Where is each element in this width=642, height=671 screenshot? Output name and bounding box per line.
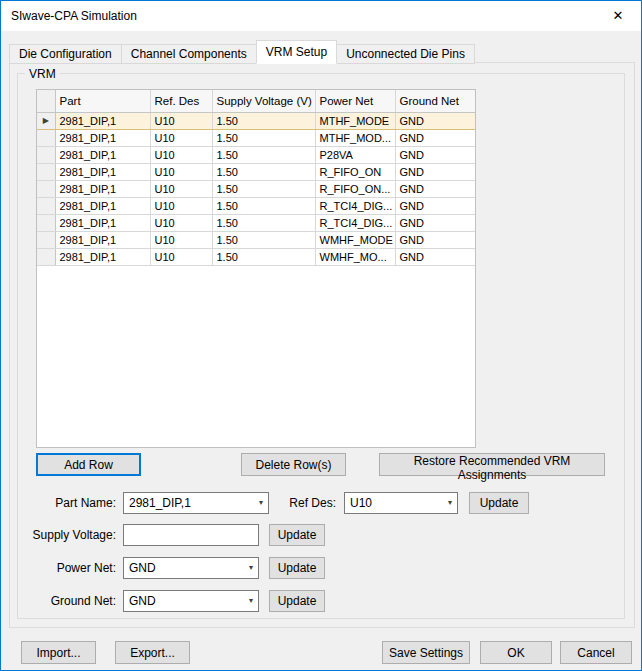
tab-die-configuration[interactable]: Die Configuration	[9, 44, 122, 64]
column-header[interactable]: Power Net	[315, 90, 395, 112]
cell-supply-voltage[interactable]: 1.50	[212, 214, 315, 231]
supply-voltage-input[interactable]	[123, 524, 259, 546]
cell-part[interactable]: 2981_DIP,1	[55, 129, 150, 146]
title-bar[interactable]: SIwave-CPA Simulation ✕	[1, 1, 641, 31]
grid-body: ▶2981_DIP,1U101.50MTHF_MODEGND2981_DIP,1…	[37, 112, 475, 265]
export-button[interactable]: Export...	[115, 641, 190, 664]
chevron-down-icon: ▾	[249, 558, 253, 578]
cell-power-net[interactable]: WMHF_MODE	[315, 231, 395, 248]
cell-part[interactable]: 2981_DIP,1	[55, 146, 150, 163]
ref-des-combo[interactable]: U10 ▾	[344, 492, 458, 514]
cell-power-net[interactable]: P28VA	[315, 146, 395, 163]
current-row-arrow-icon[interactable]: ▶	[37, 112, 55, 129]
tab-unconnected-die-pins[interactable]: Unconnected Die Pins	[336, 44, 475, 64]
cell-ground-net[interactable]: GND	[395, 129, 475, 146]
cell-part[interactable]: 2981_DIP,1	[55, 214, 150, 231]
row-selector[interactable]	[37, 197, 55, 214]
cancel-button[interactable]: Cancel	[560, 641, 632, 664]
column-header[interactable]: Part	[55, 90, 150, 112]
table-row[interactable]: 2981_DIP,1U101.50R_TCI4_DIG...GND	[37, 197, 475, 214]
cell-ref-des[interactable]: U10	[150, 248, 212, 265]
table-row[interactable]: 2981_DIP,1U101.50MTHF_MOD...GND	[37, 129, 475, 146]
cell-ground-net[interactable]: GND	[395, 180, 475, 197]
cell-ground-net[interactable]: GND	[395, 146, 475, 163]
cell-ref-des[interactable]: U10	[150, 214, 212, 231]
cell-ground-net[interactable]: GND	[395, 214, 475, 231]
window-title: SIwave-CPA Simulation	[11, 1, 137, 31]
cell-part[interactable]: 2981_DIP,1	[55, 248, 150, 265]
row-selector[interactable]	[37, 180, 55, 197]
column-header[interactable]: Ref. Des	[150, 90, 212, 112]
cell-supply-voltage[interactable]: 1.50	[212, 231, 315, 248]
table-row[interactable]: 2981_DIP,1U101.50R_FIFO_ON...GND	[37, 180, 475, 197]
save-settings-button[interactable]: Save Settings	[382, 641, 470, 664]
cell-supply-voltage[interactable]: 1.50	[212, 146, 315, 163]
tab-vrm-setup[interactable]: VRM Setup	[256, 40, 337, 64]
row-selector[interactable]	[37, 129, 55, 146]
row-selector[interactable]	[37, 214, 55, 231]
table-row[interactable]: 2981_DIP,1U101.50R_TCI4_DIG...GND	[37, 214, 475, 231]
restore-recommended-vrm-button[interactable]: Restore Recommended VRM Assignments	[379, 453, 605, 476]
cell-part[interactable]: 2981_DIP,1	[55, 180, 150, 197]
ground-net-label: Ground Net:	[21, 590, 116, 612]
cell-supply-voltage[interactable]: 1.50	[212, 197, 315, 214]
part-name-combo[interactable]: 2981_DIP,1 ▾	[123, 492, 269, 514]
power-net-combo[interactable]: GND ▾	[123, 557, 259, 579]
cell-power-net[interactable]: R_TCI4_DIG...	[315, 197, 395, 214]
cell-supply-voltage[interactable]: 1.50	[212, 180, 315, 197]
vrm-table[interactable]: PartRef. DesSupply Voltage (V)Power NetG…	[36, 89, 476, 448]
cell-ref-des[interactable]: U10	[150, 129, 212, 146]
table-row[interactable]: 2981_DIP,1U101.50WMHF_MODEGND	[37, 231, 475, 248]
cell-ground-net[interactable]: GND	[395, 231, 475, 248]
cell-power-net[interactable]: R_FIFO_ON...	[315, 180, 395, 197]
cell-ref-des[interactable]: U10	[150, 180, 212, 197]
row-selector[interactable]	[37, 248, 55, 265]
row-selector[interactable]	[37, 163, 55, 180]
column-header[interactable]: Ground Net	[395, 90, 475, 112]
update-power-net-button[interactable]: Update	[269, 557, 325, 579]
update-ground-net-button[interactable]: Update	[269, 590, 325, 612]
cell-power-net[interactable]: MTHF_MODE	[315, 112, 395, 129]
cell-part[interactable]: 2981_DIP,1	[55, 163, 150, 180]
tab-channel-components[interactable]: Channel Components	[121, 44, 257, 64]
ground-net-combo[interactable]: GND ▾	[123, 590, 259, 612]
cell-part[interactable]: 2981_DIP,1	[55, 231, 150, 248]
table-row[interactable]: 2981_DIP,1U101.50R_FIFO_ONGND	[37, 163, 475, 180]
cell-power-net[interactable]: WMHF_MO...	[315, 248, 395, 265]
column-header[interactable]: Supply Voltage (V)	[212, 90, 315, 112]
add-row-button[interactable]: Add Row	[36, 453, 141, 476]
cell-ref-des[interactable]: U10	[150, 231, 212, 248]
cell-ref-des[interactable]: U10	[150, 163, 212, 180]
table-row[interactable]: ▶2981_DIP,1U101.50MTHF_MODEGND	[37, 112, 475, 129]
cell-supply-voltage[interactable]: 1.50	[212, 163, 315, 180]
cell-ground-net[interactable]: GND	[395, 112, 475, 129]
close-icon: ✕	[613, 8, 624, 23]
cell-ground-net[interactable]: GND	[395, 163, 475, 180]
cell-supply-voltage[interactable]: 1.50	[212, 248, 315, 265]
row-selector[interactable]	[37, 146, 55, 163]
cell-power-net[interactable]: MTHF_MOD...	[315, 129, 395, 146]
cell-ground-net[interactable]: GND	[395, 197, 475, 214]
table-row[interactable]: 2981_DIP,1U101.50P28VAGND	[37, 146, 475, 163]
cell-part[interactable]: 2981_DIP,1	[55, 112, 150, 129]
part-name-value: 2981_DIP,1	[129, 493, 191, 513]
cell-ref-des[interactable]: U10	[150, 146, 212, 163]
import-button[interactable]: Import...	[21, 641, 96, 664]
update-supply-voltage-button[interactable]: Update	[269, 524, 325, 546]
dialog-window: SIwave-CPA Simulation ✕ Die Configuratio…	[0, 0, 642, 671]
cell-ref-des[interactable]: U10	[150, 112, 212, 129]
row-selector[interactable]	[37, 231, 55, 248]
cell-ground-net[interactable]: GND	[395, 248, 475, 265]
cell-ref-des[interactable]: U10	[150, 197, 212, 214]
cell-power-net[interactable]: R_FIFO_ON	[315, 163, 395, 180]
update-part-refdes-button[interactable]: Update	[469, 492, 529, 514]
cell-supply-voltage[interactable]: 1.50	[212, 112, 315, 129]
ok-button[interactable]: OK	[480, 641, 552, 664]
cell-part[interactable]: 2981_DIP,1	[55, 197, 150, 214]
table-row[interactable]: 2981_DIP,1U101.50WMHF_MO...GND	[37, 248, 475, 265]
delete-rows-button[interactable]: Delete Row(s)	[241, 453, 346, 476]
cell-power-net[interactable]: R_TCI4_DIG...	[315, 214, 395, 231]
cell-supply-voltage[interactable]: 1.50	[212, 129, 315, 146]
tab-strip: Die ConfigurationChannel ComponentsVRM S…	[9, 40, 474, 64]
close-button[interactable]: ✕	[595, 1, 641, 31]
